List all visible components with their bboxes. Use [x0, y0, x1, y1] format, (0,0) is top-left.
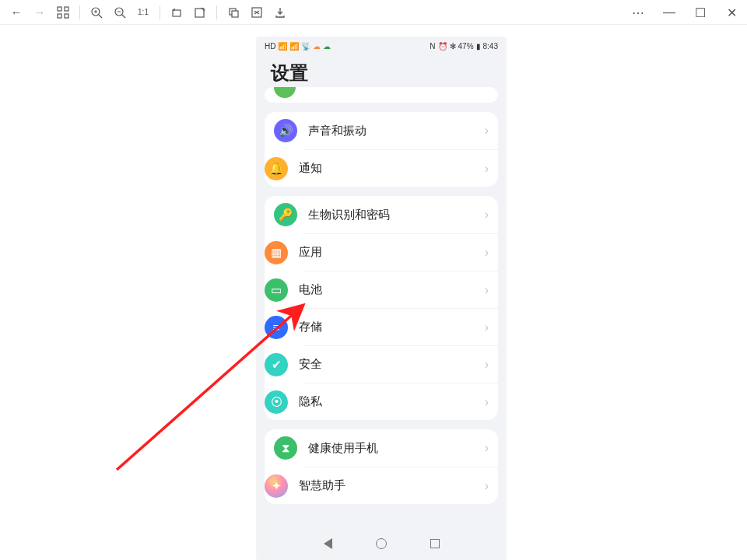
actual-size-button[interactable]: 1:1: [132, 1, 155, 24]
edit-button[interactable]: [188, 1, 212, 24]
bio-icon: 🔑: [274, 203, 297, 226]
ai-icon: ✦: [265, 474, 288, 498]
rotate-button[interactable]: [165, 1, 188, 24]
nfc-icon: N: [430, 42, 435, 51]
alarm-icon: ⏰: [438, 42, 447, 51]
settings-row-health[interactable]: ⧗健康使用手机›: [265, 429, 498, 467]
save-button[interactable]: [268, 1, 292, 24]
back-button[interactable]: ←: [5, 1, 28, 24]
zoom-in-icon: [90, 6, 103, 19]
cloud-icon: ☁: [313, 42, 321, 51]
chevron-right-icon: ›: [485, 395, 489, 409]
shuffle-icon: [251, 6, 263, 19]
battery-icon: ▮: [476, 42, 481, 51]
svg-line-9: [122, 15, 125, 18]
android-navbar: [257, 527, 506, 560]
notif-icon: 🔔: [265, 157, 288, 180]
settings-row-label: 存储: [299, 320, 485, 334]
svg-line-5: [99, 15, 102, 18]
chevron-right-icon: ›: [485, 479, 489, 493]
chevron-right-icon: ›: [485, 320, 489, 334]
svg-rect-0: [58, 7, 61, 11]
security-icon: ✔: [265, 353, 288, 376]
wifi-icon: 📡: [301, 42, 310, 51]
svg-rect-1: [65, 7, 68, 11]
copy-button[interactable]: [222, 1, 245, 24]
svg-rect-2: [58, 14, 61, 18]
bluetooth-icon: ✻: [450, 42, 456, 51]
settings-row-battery[interactable]: ▭电池›: [305, 271, 498, 308]
chevron-right-icon: ›: [485, 208, 489, 222]
privacy-icon: ⦿: [265, 390, 288, 414]
settings-row-label: 健康使用手机: [308, 441, 485, 456]
close-button[interactable]: ✕: [716, 0, 747, 25]
copy-icon: [227, 6, 240, 19]
settings-card: 🔊声音和振动›🔔通知›: [265, 112, 498, 187]
settings-row-label: 声音和振动: [308, 124, 485, 138]
viewer-toolbar: ← → 1:1 ⋯ — ☐ ✕: [0, 0, 747, 25]
nav-recent-button[interactable]: [430, 539, 440, 548]
svg-rect-15: [232, 11, 238, 17]
minimize-button[interactable]: —: [654, 0, 685, 25]
settings-card: 🔑生物识别和密码›▦应用›▭电池›≡存储›✔安全›⦿隐私›: [265, 196, 498, 420]
hd-icon: HD: [265, 42, 275, 51]
thumbnails-button[interactable]: [51, 1, 75, 24]
health-icon: ⧗: [274, 436, 297, 460]
svg-rect-11: [173, 10, 181, 16]
zoom-out-button[interactable]: [108, 1, 132, 24]
rotate-icon: [170, 6, 183, 19]
settings-row-label: 安全: [299, 357, 485, 372]
edit-icon: [194, 6, 206, 19]
settings-row-label: 通知: [299, 161, 485, 176]
zoom-in-button[interactable]: [85, 1, 108, 24]
settings-row-notif[interactable]: 🔔通知›: [305, 149, 498, 187]
cloud2-icon: ☁: [323, 42, 331, 51]
svg-rect-12: [195, 9, 204, 17]
settings-row-label: 生物识别和密码: [308, 208, 485, 222]
battery-icon: ▭: [265, 278, 288, 302]
battery-pct: 47%: [458, 42, 474, 51]
zoom-out-icon: [114, 6, 126, 19]
chevron-right-icon: ›: [485, 441, 489, 455]
shuffle-button[interactable]: [245, 1, 268, 24]
settings-row-privacy[interactable]: ⦿隐私›: [305, 383, 498, 420]
separator: [216, 5, 217, 19]
signal-icon: 📶: [278, 42, 287, 51]
more-button[interactable]: ⋯: [622, 0, 654, 25]
nav-home-button[interactable]: [376, 538, 387, 549]
peek-icon: [274, 87, 296, 98]
chevron-right-icon: ›: [485, 162, 489, 176]
separator: [79, 5, 80, 19]
settings-row-apps[interactable]: ▦应用›: [305, 233, 498, 271]
svg-rect-3: [65, 14, 68, 18]
settings-card: ⧗健康使用手机›✦智慧助手›: [265, 429, 498, 504]
settings-row-bio[interactable]: 🔑生物识别和密码›: [265, 196, 498, 233]
settings-row-ai[interactable]: ✦智慧助手›: [305, 467, 498, 504]
settings-row-security[interactable]: ✔安全›: [305, 345, 498, 383]
image-stage: HD 📶 📶 📡 ☁ ☁ N ⏰ ✻ 47% ▮ 8:43 设置 🔊声音和振动›…: [0, 25, 747, 560]
storage-icon: ≡: [265, 316, 288, 339]
settings-row-sound[interactable]: 🔊声音和振动›: [265, 112, 498, 149]
chevron-right-icon: ›: [485, 124, 489, 138]
settings-row-label: 应用: [299, 245, 485, 260]
chevron-right-icon: ›: [485, 246, 489, 260]
previous-card-peek: [265, 87, 498, 103]
phone-screenshot: HD 📶 📶 📡 ☁ ☁ N ⏰ ✻ 47% ▮ 8:43 设置 🔊声音和振动›…: [257, 37, 506, 560]
download-icon: [274, 6, 286, 19]
settings-row-label: 隐私: [299, 394, 485, 409]
forward-button[interactable]: →: [28, 1, 51, 24]
signal2-icon: 📶: [289, 42, 299, 51]
settings-scroll[interactable]: 🔊声音和振动›🔔通知›🔑生物识别和密码›▦应用›▭电池›≡存储›✔安全›⦿隐私›…: [257, 87, 506, 527]
grid-icon: [57, 6, 69, 19]
status-bar: HD 📶 📶 📡 ☁ ☁ N ⏰ ✻ 47% ▮ 8:43: [257, 37, 506, 54]
status-time: 8:43: [483, 42, 498, 51]
settings-row-label: 电池: [299, 282, 485, 297]
apps-icon: ▦: [265, 241, 288, 264]
chevron-right-icon: ›: [485, 358, 489, 372]
maximize-button[interactable]: ☐: [685, 0, 716, 25]
chevron-right-icon: ›: [485, 283, 489, 297]
settings-row-storage[interactable]: ≡存储›: [305, 308, 498, 345]
sound-icon: 🔊: [274, 119, 297, 142]
nav-back-button[interactable]: [324, 538, 332, 549]
separator: [160, 5, 160, 19]
